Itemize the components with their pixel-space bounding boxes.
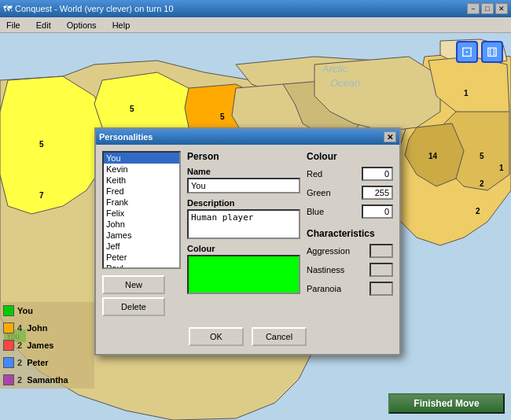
paranoia-row: Paranoia [307,282,393,296]
minimize-button[interactable]: − [467,3,480,14]
menu-help[interactable]: Help [109,20,134,31]
list-item-peter[interactable]: Peter [104,252,179,263]
list-item-fred[interactable]: Fred [104,186,179,197]
blue-label: Blue [307,207,324,216]
right-panel: Colour Red Green Blue Characteristics [307,151,393,316]
red-input[interactable] [362,167,393,181]
new-button[interactable]: New [102,275,165,294]
maximize-button[interactable]: □ [481,3,494,14]
colour-section-title: Colour [307,151,393,162]
ok-button[interactable]: OK [189,327,244,346]
title-bar-left: 🗺 Conquest - World (very clever) on turn… [3,4,174,13]
characteristics-section-title: Characteristics [307,228,393,239]
menu-options[interactable]: Options [64,20,100,31]
dialog-title-bar: Personalities ✕ [96,129,399,145]
dialog-overlay: Personalities ✕ You Kevin Keith Fred Fra… [0,33,511,420]
paranoia-slider[interactable] [369,282,393,296]
dialog-footer: OK Cancel [96,322,399,354]
blue-input[interactable] [362,204,393,219]
paranoia-label: Paranoia [307,284,341,293]
list-item-kevin[interactable]: Kevin [104,164,179,175]
list-item-felix[interactable]: Felix [104,208,179,219]
delete-button[interactable]: Delete [102,297,165,316]
list-item-you[interactable]: You [104,153,179,164]
aggression-label: Aggression [307,246,350,256]
personalities-dialog: Personalities ✕ You Kevin Keith Fred Fra… [94,127,401,356]
description-field-group: Description Human player [187,198,300,239]
aggression-slider[interactable] [369,244,393,258]
description-label: Description [187,198,300,208]
list-item-jeff[interactable]: Jeff [104,241,179,252]
nastiness-row: Nastiness [307,263,393,277]
green-label: Green [307,188,331,197]
description-input[interactable]: Human player [187,209,300,239]
close-button[interactable]: ✕ [495,3,508,14]
red-row: Red [307,167,393,181]
dialog-close-button[interactable]: ✕ [384,131,396,142]
title-bar: 🗺 Conquest - World (very clever) on turn… [0,0,511,17]
cancel-button[interactable]: Cancel [252,327,307,346]
aggression-row: Aggression [307,244,393,258]
menu-file[interactable]: File [3,20,24,31]
dialog-body: You Kevin Keith Fred Frank Felix John Ja… [96,145,399,322]
list-item-keith[interactable]: Keith [104,175,179,186]
map-area: 5 5 5 7 1 5 14 3 2 2 1 Arctic Ocean You … [0,33,511,420]
list-item-paul[interactable]: Paul [104,263,179,269]
dialog-title: Personalities [99,132,153,142]
colour-label: Colour [187,244,300,253]
list-item-frank[interactable]: Frank [104,197,179,208]
menu-edit[interactable]: Edit [33,20,54,31]
title-bar-controls: − □ ✕ [467,3,508,14]
personalities-listbox[interactable]: You Kevin Keith Fred Frank Felix John Ja… [102,151,181,269]
title-bar-icon: 🗺 [3,4,12,13]
list-item-james[interactable]: James [104,230,179,241]
menu-bar: File Edit Options Help [0,17,511,33]
colour-swatch [187,255,300,294]
new-delete-buttons: New Delete [102,275,181,316]
green-row: Green [307,186,393,200]
nastiness-label: Nastiness [307,265,344,274]
person-section-title: Person [187,151,300,162]
name-label: Name [187,167,300,176]
title-bar-text: Conquest - World (very clever) on turn 1… [15,4,174,13]
blue-row: Blue [307,204,393,219]
name-field-group: Name [187,167,300,193]
middle-panel: Person Name Description Human player Col… [187,151,300,316]
list-item-john[interactable]: John [104,219,179,230]
nastiness-slider[interactable] [369,263,393,277]
name-input[interactable] [187,178,300,193]
green-input[interactable] [362,186,393,200]
personalities-list-panel: You Kevin Keith Fred Frank Felix John Ja… [102,151,181,316]
colour-field-group: Colour [187,244,300,294]
red-label: Red [307,169,322,179]
